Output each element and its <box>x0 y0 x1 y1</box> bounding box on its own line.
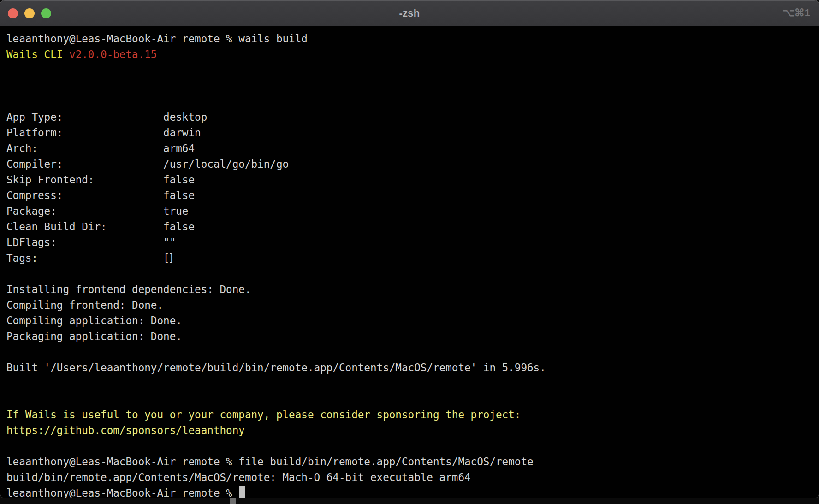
config-row: App Type:desktop <box>6 109 819 125</box>
blank-line <box>6 344 819 360</box>
config-value: darwin <box>163 127 201 139</box>
config-value: [] <box>163 252 173 264</box>
config-label: Skip Frontend: <box>6 174 163 186</box>
config-row: Compiler:/usr/local/go/bin/go <box>6 156 819 172</box>
blank-line <box>6 62 819 78</box>
text-cursor <box>239 486 245 499</box>
config-row: LDFlags:"" <box>6 234 819 250</box>
terminal-window: -zsh ⌥⌘1 leaanthony@Leas-MacBook-Air rem… <box>0 0 819 498</box>
config-label: App Type: <box>6 111 163 123</box>
blank-line <box>6 94 819 109</box>
file-output-text: build/bin/remote.app/Contents/MacOS/remo… <box>6 471 471 483</box>
config-value: desktop <box>163 111 207 123</box>
config-label: Platform: <box>6 127 163 139</box>
zoom-button[interactable] <box>41 8 51 18</box>
config-value: "" <box>163 236 176 248</box>
blank-line <box>6 438 819 454</box>
progress-text: Packaging application: Done. <box>6 330 182 342</box>
progress-line: Compiling application: Done. <box>6 313 819 328</box>
sponsor-line: If Wails is useful to you or your compan… <box>6 407 819 422</box>
sponsor-text: If Wails is useful to you or your compan… <box>6 409 521 421</box>
background-window-fragment <box>230 498 236 504</box>
sponsor-url-line: https://github.com/sponsors/leaanthony <box>6 422 819 438</box>
config-row: Platform:darwin <box>6 125 819 141</box>
config-row: Clean Build Dir:false <box>6 219 819 234</box>
prompt-text: leaanthony@Leas-MacBook-Air remote % wai… <box>6 33 308 45</box>
sponsor-url: https://github.com/sponsors/leaanthony <box>6 424 245 436</box>
progress-text: Compiling application: Done. <box>6 315 182 327</box>
blank-line <box>6 78 819 94</box>
wails-cli-label: Wails CLI <box>6 48 63 60</box>
config-row: Package:true <box>6 203 819 219</box>
config-label: Tags: <box>6 252 163 264</box>
built-line: Built '/Users/leaanthony/remote/build/bi… <box>6 360 819 375</box>
config-value: false <box>163 174 195 186</box>
built-text: Built '/Users/leaanthony/remote/build/bi… <box>6 362 546 374</box>
config-row: Compress:false <box>6 188 819 203</box>
config-value: true <box>163 205 188 217</box>
config-label: Arch: <box>6 142 163 154</box>
terminal-screen[interactable]: leaanthony@Leas-MacBook-Air remote % wai… <box>0 26 819 498</box>
wails-version-label: v2.0.0-beta.15 <box>69 48 157 60</box>
config-value: false <box>163 189 195 201</box>
progress-line: Compiling frontend: Done. <box>6 297 819 313</box>
config-label: Compress: <box>6 189 163 201</box>
blank-line <box>6 266 819 281</box>
banner-line: Wails CLIv2.0.0-beta.15 <box>6 47 819 62</box>
config-row: Tags:[] <box>6 250 819 266</box>
config-value: false <box>163 221 195 233</box>
traffic-lights <box>8 8 51 18</box>
minimize-button[interactable] <box>24 8 35 18</box>
window-title: -zsh <box>399 7 420 19</box>
close-button[interactable] <box>8 8 18 18</box>
titlebar[interactable]: -zsh ⌥⌘1 <box>0 0 819 26</box>
prompt-line-active[interactable]: leaanthony@Leas-MacBook-Air remote % <box>6 485 819 498</box>
progress-text: Installing frontend dependencies: Done. <box>6 283 251 295</box>
config-row: Arch:arm64 <box>6 141 819 156</box>
config-label: Package: <box>6 205 163 217</box>
prompt-text: leaanthony@Leas-MacBook-Air remote % fil… <box>6 456 534 468</box>
command-output-line: build/bin/remote.app/Contents/MacOS/remo… <box>6 469 819 485</box>
config-value: arm64 <box>163 142 195 154</box>
tab-shortcut-label: ⌥⌘1 <box>783 7 810 19</box>
progress-text: Compiling frontend: Done. <box>6 299 163 311</box>
progress-line: Installing frontend dependencies: Done. <box>6 281 819 297</box>
config-row: Skip Frontend:false <box>6 172 819 188</box>
config-value: /usr/local/go/bin/go <box>163 158 289 170</box>
config-label: Clean Build Dir: <box>6 221 163 233</box>
prompt-line-1: leaanthony@Leas-MacBook-Air remote % wai… <box>6 31 819 47</box>
prompt-line-2: leaanthony@Leas-MacBook-Air remote % fil… <box>6 454 819 469</box>
prompt-text: leaanthony@Leas-MacBook-Air remote % <box>6 487 238 498</box>
config-label: Compiler: <box>6 158 163 170</box>
blank-line <box>6 375 819 391</box>
config-label: LDFlags: <box>6 236 163 248</box>
progress-line: Packaging application: Done. <box>6 328 819 344</box>
blank-line <box>6 391 819 407</box>
